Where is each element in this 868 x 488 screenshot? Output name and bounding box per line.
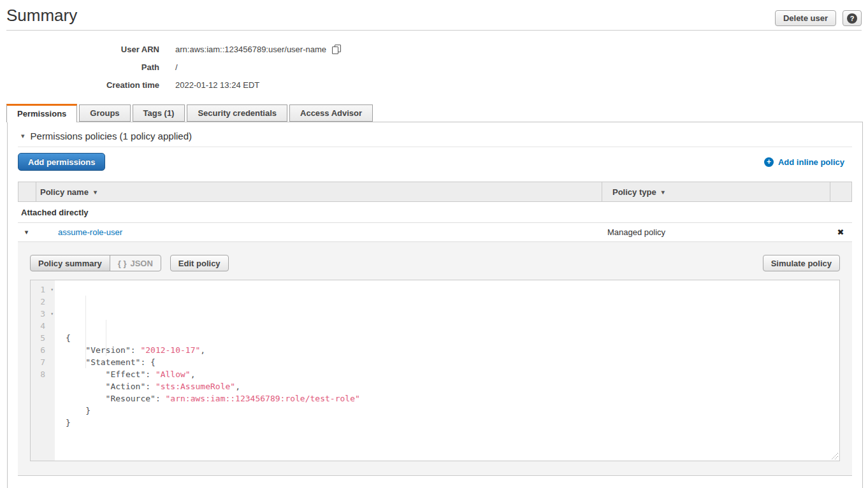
section-divider xyxy=(18,147,852,147)
detail-row: Creation time2022-01-12 13:24 EDT xyxy=(0,76,868,94)
collapse-section-icon: ▾ xyxy=(21,132,25,140)
gutter-line: 7 xyxy=(31,356,55,368)
header-divider xyxy=(6,30,862,31)
permissions-toolbar: Add permissions + Add inline policy xyxy=(18,153,852,171)
policy-name-link[interactable]: assume-role-user xyxy=(58,227,122,237)
detail-label: Creation time xyxy=(0,80,159,90)
code-line: "Version": "2012-10-17", xyxy=(66,344,839,356)
policy-type-sort-button[interactable]: Policy type ▾ xyxy=(612,187,665,197)
code-line: "Action": "sts:AssumeRole", xyxy=(66,380,839,392)
table-header-actions-column xyxy=(830,182,851,201)
indent-guide xyxy=(85,296,86,368)
permissions-tab-panel: ▾ Permissions policies (1 policy applied… xyxy=(7,122,863,488)
detail-value: / xyxy=(175,62,178,72)
header-actions: Delete user ? xyxy=(775,10,862,26)
tab-tags-1[interactable]: Tags (1) xyxy=(133,104,185,122)
tab-access-advisor[interactable]: Access Advisor xyxy=(289,104,373,122)
permissions-policies-section-header[interactable]: ▾ Permissions policies (1 policy applied… xyxy=(18,131,852,141)
simulate-policy-button[interactable]: Simulate policy xyxy=(763,255,840,271)
plus-icon: + xyxy=(764,157,774,167)
page-header: Summary Delete user ? xyxy=(0,0,868,31)
line-number: 1 xyxy=(40,285,45,294)
code-line: "Statement": { xyxy=(66,356,839,368)
policy-json-editor[interactable]: 1▾23▾45678 { "Version": "2012-10-17", "S… xyxy=(30,280,840,461)
edit-policy-button[interactable]: Edit policy xyxy=(170,255,229,271)
tab-groups[interactable]: Groups xyxy=(79,104,130,122)
line-number: 8 xyxy=(40,370,45,379)
add-inline-policy-link[interactable]: + Add inline policy xyxy=(764,157,844,167)
code-line: } xyxy=(66,417,839,429)
resize-handle-icon[interactable] xyxy=(830,452,839,460)
sort-caret-icon: ▾ xyxy=(662,189,665,196)
gutter-line: 6 xyxy=(31,344,55,356)
sort-caret-icon: ▾ xyxy=(94,189,97,196)
detail-value: 2022-01-12 13:24 EDT xyxy=(175,80,259,90)
code-fold-icon[interactable]: ▾ xyxy=(50,283,54,296)
editor-gutter: 1▾23▾45678 xyxy=(31,280,55,461)
detach-policy-icon[interactable]: ✖ xyxy=(837,227,844,237)
policy-type-value: Managed policy xyxy=(607,227,665,237)
tab-bar: PermissionsGroupsTags (1)Security creden… xyxy=(0,104,868,122)
json-view-button[interactable]: { } JSON xyxy=(110,255,161,271)
line-number: 3 xyxy=(40,309,45,319)
attached-directly-group-row: Attached directly xyxy=(18,202,852,223)
column-policy-type: Policy type ▾ xyxy=(602,182,830,201)
code-line: "Effect": "Allow", xyxy=(66,368,839,380)
line-number: 2 xyxy=(40,297,45,306)
attached-policies-table: Policy name ▾ Policy type ▾ Attached dir… xyxy=(18,182,852,476)
table-header-row: Policy name ▾ Policy type ▾ xyxy=(18,182,852,202)
add-inline-policy-label: Add inline policy xyxy=(778,157,844,167)
iam-user-summary-page: Summary Delete user ? User ARNarn:aws:ia… xyxy=(0,0,868,488)
gutter-line: 3▾ xyxy=(31,308,55,320)
gutter-line: 8 xyxy=(31,368,55,380)
code-line: { xyxy=(66,332,839,344)
policy-view-toggle-group: Policy summary { } JSON xyxy=(30,255,161,271)
line-number: 4 xyxy=(40,321,45,331)
section-title: Permissions policies (1 policy applied) xyxy=(31,131,192,141)
user-details: User ARNarn:aws:iam::123456789:user/user… xyxy=(0,40,868,94)
detail-value: arn:aws:iam::123456789:user/user-name xyxy=(175,45,326,54)
help-icon: ? xyxy=(847,13,857,24)
code-line: "Resource": "arn:aws:iam::123456789:role… xyxy=(66,392,839,405)
code-fold-icon[interactable]: ▾ xyxy=(50,308,54,320)
gutter-line: 5 xyxy=(31,332,55,344)
indent-guide xyxy=(106,320,106,356)
detail-label: User ARN xyxy=(0,45,159,54)
tab-security-credentials[interactable]: Security credentials xyxy=(187,104,287,122)
policy-view-buttons: Policy summary { } JSON Edit policy Simu… xyxy=(30,255,840,271)
policy-summary-button[interactable]: Policy summary xyxy=(30,255,110,271)
line-number: 7 xyxy=(40,357,45,367)
gutter-line: 1▾ xyxy=(31,283,55,296)
copy-icon[interactable] xyxy=(332,45,341,54)
delete-user-button[interactable]: Delete user xyxy=(775,10,836,26)
column-policy-name: Policy name ▾ xyxy=(36,182,602,201)
help-button[interactable]: ? xyxy=(843,10,862,26)
detail-row: User ARNarn:aws:iam::123456789:user/user… xyxy=(0,40,868,58)
policy-row: ▾ assume-role-user Managed policy ✖ xyxy=(18,223,852,242)
gutter-line: 4 xyxy=(31,320,55,332)
line-number: 6 xyxy=(40,345,45,355)
gutter-line: 2 xyxy=(31,296,55,308)
detail-row: Path/ xyxy=(0,58,868,76)
page-title: Summary xyxy=(6,5,862,25)
policy-name-sort-button[interactable]: Policy name ▾ xyxy=(40,187,97,197)
detail-label: Path xyxy=(0,62,159,72)
braces-icon: { } xyxy=(118,259,127,268)
editor-code: { "Version": "2012-10-17", "Statement": … xyxy=(55,280,839,461)
collapse-policy-icon[interactable]: ▾ xyxy=(25,228,29,236)
table-header-expand-column xyxy=(18,182,36,201)
line-number: 5 xyxy=(40,333,45,343)
code-line: } xyxy=(66,405,839,417)
policy-detail-panel: Policy summary { } JSON Edit policy Simu… xyxy=(18,242,852,476)
tab-permissions[interactable]: Permissions xyxy=(6,104,77,122)
add-permissions-button[interactable]: Add permissions xyxy=(18,153,105,171)
